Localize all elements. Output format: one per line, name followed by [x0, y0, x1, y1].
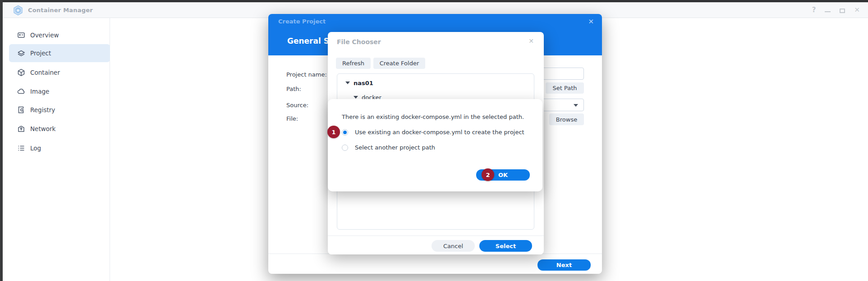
- sidebar-item-image[interactable]: Image: [9, 82, 110, 100]
- option-label: Use existing an docker-compose.yml to cr…: [355, 129, 524, 136]
- window-close-icon[interactable]: ✕: [854, 6, 860, 14]
- select-button[interactable]: Select: [479, 240, 532, 252]
- sidebar-item-registry[interactable]: Registry: [9, 101, 110, 119]
- sidebar-item-label: Registry: [30, 106, 55, 113]
- existing-compose-confirm-dialog: There is an existing docker-compose.yml …: [328, 99, 542, 191]
- sidebar-item-network[interactable]: Network: [9, 120, 110, 138]
- maximize-icon[interactable]: [840, 9, 845, 13]
- refresh-button[interactable]: Refresh: [336, 58, 371, 69]
- set-path-button[interactable]: Set Path: [546, 82, 584, 94]
- container-manager-logo-icon: [13, 5, 23, 16]
- cancel-button[interactable]: Cancel: [432, 240, 475, 252]
- dialog-title: Create Project: [278, 18, 326, 25]
- project-name-label: Project name:: [286, 71, 327, 78]
- overview-icon: [17, 31, 25, 39]
- sidebar-item-label: Container: [30, 69, 60, 76]
- file-chooser-title: File Chooser: [337, 38, 381, 45]
- source-label: Source:: [286, 102, 308, 109]
- footer-divider: [328, 236, 544, 236]
- sidebar-item-container[interactable]: Container: [9, 63, 110, 82]
- option-label: Select another project path: [355, 144, 435, 151]
- radio-selected-icon[interactable]: [342, 129, 348, 136]
- step-1-badge: 1: [327, 126, 340, 138]
- app-title: Container Manager: [28, 7, 93, 14]
- path-label: Path:: [286, 86, 301, 92]
- sidebar-item-label: Image: [30, 88, 49, 95]
- file-chooser-close-icon[interactable]: ✕: [528, 37, 534, 45]
- window-controls: ? ✕: [812, 6, 860, 14]
- registry-icon: [17, 106, 25, 114]
- radio-unselected-icon[interactable]: [342, 145, 348, 151]
- sidebar-item-log[interactable]: Log: [9, 139, 110, 157]
- expand-arrow-icon[interactable]: [354, 96, 358, 99]
- help-icon[interactable]: ?: [812, 6, 816, 14]
- sidebar-item-overview[interactable]: Overview: [9, 26, 110, 44]
- project-icon: [17, 49, 25, 57]
- option-use-existing[interactable]: Use existing an docker-compose.yml to cr…: [342, 129, 524, 136]
- log-icon: [17, 144, 25, 152]
- expand-arrow-icon[interactable]: [345, 82, 350, 84]
- chevron-down-icon: [574, 104, 578, 107]
- sidebar-item-label: Network: [30, 125, 55, 132]
- sidebar-item-label: Project: [30, 50, 51, 57]
- step-2-badge: 2: [482, 168, 494, 181]
- option-select-another-path[interactable]: Select another project path: [342, 144, 435, 151]
- file-label: File:: [286, 115, 298, 122]
- network-icon: [17, 125, 25, 133]
- sidebar-item-label: Log: [30, 145, 41, 152]
- image-icon: [17, 87, 25, 95]
- sidebar-item-label: Overview: [30, 32, 59, 39]
- minimize-icon[interactable]: [825, 11, 831, 12]
- sidebar-item-project[interactable]: Project: [9, 44, 110, 62]
- browse-button[interactable]: Browse: [549, 113, 584, 125]
- confirm-message: There is an existing docker-compose.yml …: [342, 113, 524, 120]
- tree-node-nas01[interactable]: nas01: [345, 77, 373, 88]
- container-icon: [17, 68, 25, 77]
- tree-node-label: nas01: [354, 80, 373, 86]
- create-folder-button[interactable]: Create Folder: [373, 58, 425, 69]
- dialog-close-icon[interactable]: ✕: [588, 18, 594, 26]
- sidebar: Overview Project Container Image Registr…: [3, 18, 110, 281]
- next-button[interactable]: Next: [537, 259, 591, 271]
